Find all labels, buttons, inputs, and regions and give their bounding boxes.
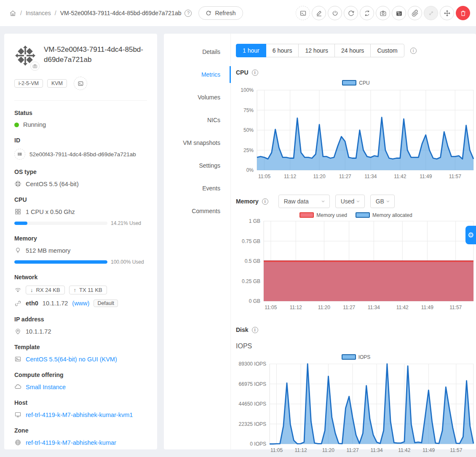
info-icon[interactable]: i bbox=[410, 48, 417, 54]
legend-item[interactable]: Memory used bbox=[300, 212, 347, 218]
legend-item[interactable]: IOPS bbox=[342, 354, 371, 360]
attach-iso-button[interactable] bbox=[408, 6, 422, 20]
cpu-section-heading: CPU i bbox=[236, 69, 476, 76]
svg-text:0.75 GB: 0.75 GB bbox=[242, 238, 260, 244]
zone-link[interactable]: ref-trl-4119-k-M7-abhishek-kumar bbox=[26, 439, 116, 446]
console-button[interactable] bbox=[296, 6, 310, 20]
svg-text:11:20: 11:20 bbox=[313, 174, 325, 179]
memory-data-select[interactable]: Raw data bbox=[278, 195, 330, 208]
field-status: Status Running bbox=[14, 110, 147, 128]
breadcrumb-current-vm: VM-52e00f43-7911-4dc4-85bd-d69de7a721ab bbox=[60, 10, 182, 16]
main-layout: VM-52e00f43-7911-4dc4-85bd-d69de7a721ab … bbox=[0, 26, 476, 449]
wifi-icon bbox=[14, 286, 21, 294]
power-icon bbox=[332, 10, 339, 17]
reboot-button[interactable] bbox=[344, 6, 358, 20]
legend-item[interactable]: Memory allocated bbox=[356, 212, 412, 218]
stop-button[interactable] bbox=[328, 6, 342, 20]
svg-text:11:05: 11:05 bbox=[270, 447, 283, 453]
svg-text:89300 IOPS: 89300 IOPS bbox=[239, 361, 266, 367]
cpu-chart: 11:0511:1211:2011:2711:3411:4211:4911:57… bbox=[236, 86, 476, 184]
status-label: Status bbox=[14, 110, 147, 116]
header: / Instances / VM-52e00f43-7911-4dc4-85bd… bbox=[0, 0, 476, 26]
host-link[interactable]: ref-trl-4119-k-M7-abhishek-kumar-kvm1 bbox=[26, 412, 133, 418]
cpu-legend[interactable]: CPU bbox=[236, 80, 476, 86]
bulb-icon bbox=[14, 247, 21, 254]
chevron-down-icon bbox=[356, 199, 360, 203]
field-memory: Memory 512 MB memory 100.00% Used bbox=[14, 235, 147, 265]
svg-text:11:27: 11:27 bbox=[346, 447, 358, 453]
iops-chart: 11:0511:1211:2011:2711:3411:4211:4911:57… bbox=[236, 360, 476, 457]
memory-mode-select[interactable]: Used bbox=[335, 195, 365, 208]
storage-snapshot-button[interactable] bbox=[392, 6, 406, 20]
field-id: ID 52e00f43-7911-4dc4-85bd-d69de7a721ab bbox=[14, 137, 147, 160]
change-icon-camera-badge[interactable] bbox=[30, 61, 40, 71]
network-link[interactable]: (www) bbox=[72, 300, 89, 307]
svg-text:1 GB: 1 GB bbox=[249, 218, 260, 224]
range-24-hours[interactable]: 24 hours bbox=[334, 44, 371, 57]
svg-text:11:20: 11:20 bbox=[322, 447, 334, 453]
edit-button[interactable] bbox=[312, 6, 326, 20]
svg-text:11:05: 11:05 bbox=[265, 305, 277, 310]
range-custom[interactable]: Custom bbox=[370, 44, 404, 57]
info-icon[interactable]: i bbox=[262, 198, 268, 205]
svg-text:11:42: 11:42 bbox=[396, 305, 409, 310]
cloud-icon bbox=[14, 383, 21, 390]
arrow-up-icon: ↑ bbox=[74, 287, 77, 293]
centos-logo bbox=[14, 45, 36, 67]
take-snapshot-button[interactable] bbox=[376, 6, 390, 20]
tab-comments[interactable]: Comments bbox=[164, 200, 230, 222]
info-icon[interactable]: i bbox=[252, 327, 258, 333]
iops-legend[interactable]: IOPS bbox=[236, 354, 476, 360]
svg-text:11:57: 11:57 bbox=[449, 174, 461, 179]
tab-details[interactable]: Details bbox=[164, 40, 230, 63]
tab-settings[interactable]: Settings bbox=[164, 154, 230, 177]
cloudstack-app: / Instances / VM-52e00f43-7911-4dc4-85bd… bbox=[0, 0, 476, 457]
refresh-button[interactable]: Refresh bbox=[198, 6, 243, 20]
info-icon[interactable]: i bbox=[252, 69, 258, 76]
home-icon[interactable] bbox=[9, 10, 16, 17]
svg-text:11:05: 11:05 bbox=[258, 174, 270, 179]
field-ip: IP address 10.1.1.72 bbox=[14, 316, 147, 335]
cpu-used-label: 14.21% Used bbox=[111, 220, 147, 226]
field-zone: Zone ref-trl-4119-k-M7-abhishek-kumar bbox=[14, 427, 147, 446]
tab-volumes[interactable]: Volumes bbox=[164, 86, 230, 109]
breadcrumb-instances[interactable]: Instances bbox=[26, 10, 51, 16]
memory-unit-select[interactable]: GB bbox=[370, 195, 395, 208]
template-link[interactable]: CentOS 5.5(64-bit) no GUI (KVM) bbox=[26, 356, 117, 363]
memory-progress-track bbox=[14, 260, 107, 264]
destroy-button[interactable] bbox=[456, 6, 470, 20]
iops-subtitle: IOPS bbox=[236, 342, 476, 350]
range-1-hour[interactable]: 1 hour bbox=[236, 44, 266, 57]
svg-text:0 IOPS: 0 IOPS bbox=[250, 441, 266, 447]
svg-text:11:49: 11:49 bbox=[420, 174, 432, 179]
tab-metrics[interactable]: Metrics bbox=[164, 63, 230, 86]
console-mini-button[interactable] bbox=[74, 77, 87, 90]
tab-events[interactable]: Events bbox=[164, 177, 230, 200]
id-value: 52e00f43-7911-4dc4-85bd-d69de7a721ab bbox=[29, 151, 136, 158]
memory-data-select-value: Raw data bbox=[284, 198, 309, 205]
os-logo-icon bbox=[14, 180, 21, 187]
svg-text:0.25 GB: 0.25 GB bbox=[242, 278, 260, 284]
tab-nics[interactable]: NICs bbox=[164, 109, 230, 131]
help-icon[interactable]: ? bbox=[185, 10, 192, 17]
svg-text:11:49: 11:49 bbox=[421, 305, 433, 310]
field-cpu: CPU 1 CPU x 0.50 Ghz 14.21% Used bbox=[14, 196, 147, 226]
chevron-down-icon bbox=[386, 199, 390, 203]
offering-link[interactable]: Small Instance bbox=[26, 384, 66, 390]
legend-item[interactable]: CPU bbox=[342, 80, 369, 86]
settings-drawer-button[interactable]: ⚙ bbox=[465, 226, 476, 244]
svg-text:100%: 100% bbox=[241, 87, 254, 93]
tab-vm-snapshots[interactable]: VM snapshots bbox=[164, 131, 230, 154]
svg-text:0 GB: 0 GB bbox=[249, 298, 260, 304]
memory-mode-select-value: Used bbox=[341, 198, 355, 205]
memory-legend[interactable]: Memory usedMemory allocated bbox=[236, 212, 476, 218]
cpu-progress-track bbox=[14, 222, 107, 225]
os-type-label: OS type bbox=[14, 168, 147, 175]
nic-name: eth0 bbox=[26, 300, 38, 307]
reinstall-button[interactable] bbox=[360, 6, 374, 20]
range-12-hours[interactable]: 12 hours bbox=[298, 44, 334, 57]
move-button[interactable] bbox=[440, 6, 454, 20]
tag-instance-name: i-2-5-VM bbox=[14, 79, 43, 88]
tx-value: TX 11 KB bbox=[79, 287, 102, 293]
range-6-hours[interactable]: 6 hours bbox=[266, 44, 299, 57]
